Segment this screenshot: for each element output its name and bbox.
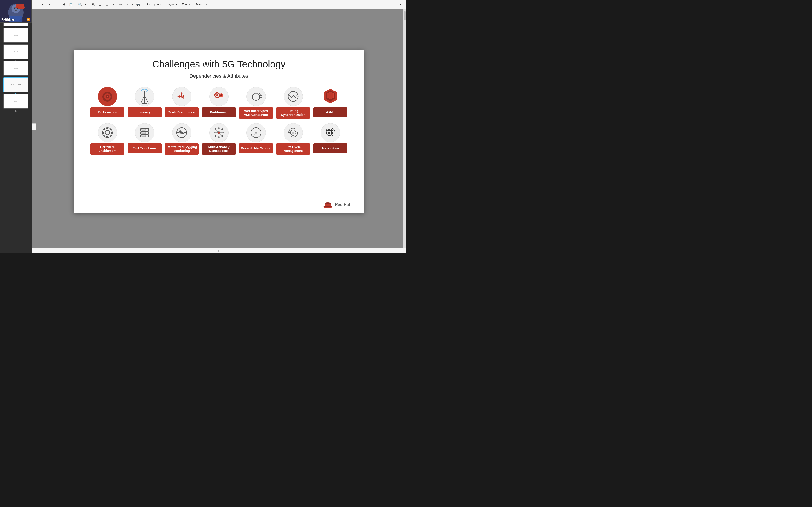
svg-rect-44 xyxy=(111,132,113,133)
svg-point-76 xyxy=(218,132,220,133)
add-button[interactable]: + xyxy=(34,2,40,7)
card-reusability[interactable]: Re-usability Catalog xyxy=(239,123,273,155)
redhat-logo: Red Hat xyxy=(323,201,350,208)
card-multitenancy[interactable]: Multi-Tenancy Namespaces xyxy=(202,123,236,155)
card-hardware[interactable]: Hardware Enablement xyxy=(90,123,124,155)
svg-line-14 xyxy=(141,96,145,103)
svg-rect-19 xyxy=(216,92,218,94)
line-dropdown-button[interactable]: ▼ xyxy=(131,2,134,7)
draw-button[interactable]: ▼ xyxy=(111,2,117,7)
slide-thumb-5[interactable]: Challenges with 5G 5 xyxy=(3,77,28,92)
performance-icon xyxy=(98,87,117,106)
webcam-overlay: Fatih Nar 📶 xyxy=(0,0,32,23)
card-aiml[interactable]: AI/ML xyxy=(313,87,347,119)
vertical-scrollbar[interactable] xyxy=(403,9,406,248)
card-scale-distribution[interactable]: Scale Distribution xyxy=(165,87,199,119)
svg-rect-93 xyxy=(332,128,334,129)
collapse-toolbar-button[interactable]: ▾ xyxy=(398,2,404,7)
svg-point-6 xyxy=(16,7,18,9)
table-button[interactable]: ⊞ xyxy=(97,2,103,7)
print-button[interactable]: 🖨 xyxy=(61,2,67,7)
svg-rect-42 xyxy=(106,136,108,138)
svg-line-32 xyxy=(259,94,261,95)
redo-button[interactable]: ↪ xyxy=(54,2,60,7)
automation-icon xyxy=(321,123,340,143)
card-automation[interactable]: Automation xyxy=(313,123,347,155)
svg-rect-100 xyxy=(324,206,332,207)
icon-grid-row1: Performance L xyxy=(74,87,364,119)
slide-thumb-4[interactable]: Slide 4 4 xyxy=(3,61,28,75)
panel-toggle[interactable]: › xyxy=(32,123,36,130)
svg-rect-90 xyxy=(332,134,333,136)
performance-label: Performance xyxy=(90,107,124,117)
line-button[interactable]: ╲ xyxy=(124,2,130,7)
text-button[interactable]: ✏ xyxy=(117,2,123,7)
zoom-button[interactable]: 🔍 xyxy=(77,2,83,7)
background-button[interactable]: Background xyxy=(145,2,164,7)
multitenancy-label: Multi-Tenancy Namespaces xyxy=(202,144,236,155)
hardware-label: Hardware Enablement xyxy=(90,144,124,155)
comment-button[interactable]: 💬 xyxy=(135,2,141,7)
toolbar: + ▼ ↩ ↪ 🖨 📋 🔍 ▼ ↖ ⊞ □ ▼ ✏ ╲ ▼ 💬 Backgrou… xyxy=(32,0,406,9)
shape-button[interactable]: □ xyxy=(104,2,110,7)
scale-distribution-label: Scale Distribution xyxy=(165,107,199,117)
svg-point-84 xyxy=(328,132,330,134)
thumbnail-strip[interactable]: Slide 1 1 Slide 2 2 Slide 3 3 Slide 4 4 … xyxy=(0,9,32,253)
svg-point-5 xyxy=(14,7,15,9)
slide-thumb-2[interactable]: Slide 2 2 xyxy=(3,28,28,43)
partitioning-icon xyxy=(209,87,229,106)
svg-point-53 xyxy=(147,132,148,133)
svg-rect-57 xyxy=(142,135,146,137)
svg-rect-87 xyxy=(325,132,327,134)
slide-area[interactable]: 5 Challenges with 5G Technology Dependen… xyxy=(32,9,406,253)
scroll-thumb[interactable] xyxy=(404,11,406,20)
panel-toggle-icon: › xyxy=(34,125,35,128)
lifecycle-label: Life Cycle Management xyxy=(276,144,310,155)
copy-button[interactable]: 📋 xyxy=(68,2,73,7)
svg-rect-21 xyxy=(214,94,215,96)
slide-subtitle: Dependencies & Attributes xyxy=(74,73,364,79)
redhat-text: Red Hat xyxy=(335,202,350,207)
presenter-surname: Nar xyxy=(9,18,14,21)
card-timing[interactable]: Timing Synchronization xyxy=(276,87,310,119)
svg-rect-85 xyxy=(328,129,330,131)
latency-icon xyxy=(135,87,154,106)
card-realtime[interactable]: Real Time Linux xyxy=(128,123,161,155)
latency-label: Latency xyxy=(128,107,161,117)
zoom-dropdown-button[interactable]: ▼ xyxy=(84,2,87,7)
svg-rect-55 xyxy=(142,129,146,130)
multitenancy-icon xyxy=(209,123,229,143)
slide-thumb-3[interactable]: Slide 3 3 xyxy=(3,44,28,59)
cursor-button[interactable]: ↖ xyxy=(90,2,96,7)
partitioning-label: Partitioning xyxy=(202,107,236,117)
dropdown-add-button[interactable]: ▼ xyxy=(41,2,44,7)
aiml-icon xyxy=(321,87,340,106)
card-latency[interactable]: Latency xyxy=(128,87,161,119)
theme-button[interactable]: Theme xyxy=(180,2,193,7)
card-lifecycle[interactable]: Life Cycle Management xyxy=(276,123,310,155)
timing-icon xyxy=(284,87,303,106)
slide-thumb-6[interactable]: Slide 6 6 xyxy=(3,94,28,109)
slide-title: Challenges with 5G Technology xyxy=(74,59,364,70)
svg-rect-20 xyxy=(216,97,218,99)
layout-button[interactable]: Layout ▾ xyxy=(165,2,179,7)
toolbar-sep-3 xyxy=(89,2,89,7)
realtime-icon xyxy=(135,123,154,143)
card-partitioning[interactable]: Partitioning xyxy=(202,87,236,119)
card-performance[interactable]: Performance xyxy=(90,87,124,119)
page-indicator: — 5 — xyxy=(215,249,223,252)
svg-point-11 xyxy=(107,96,108,97)
card-workload[interactable]: Workload types VMs/Containers xyxy=(239,87,273,119)
transition-button[interactable]: Transition xyxy=(194,2,210,7)
toolbar-right: ▾ xyxy=(398,2,404,7)
logging-icon xyxy=(172,123,192,143)
aiml-label: AI/ML xyxy=(313,107,347,117)
svg-rect-41 xyxy=(106,128,108,129)
automation-label: Automation xyxy=(313,144,347,154)
slide-canvas[interactable]: Challenges with 5G Technology Dependenci… xyxy=(74,50,364,213)
svg-point-40 xyxy=(105,130,110,135)
svg-rect-86 xyxy=(328,135,330,136)
card-logging[interactable]: Centralized Logging Monitoring xyxy=(165,123,199,155)
icon-grid-row2: Hardware Enablement xyxy=(74,123,364,155)
undo-button[interactable]: ↩ xyxy=(47,2,53,7)
